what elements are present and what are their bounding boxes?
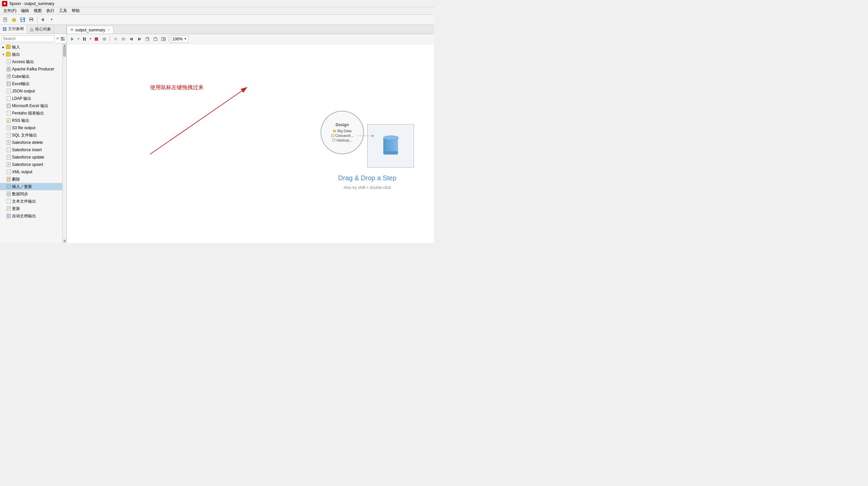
file-icon-auto-doc xyxy=(7,213,11,218)
file-icon-xml: </> xyxy=(7,170,11,174)
svg-rect-5 xyxy=(21,18,23,19)
menu-tools[interactable]: 工具 xyxy=(57,7,69,15)
canvas-area[interactable]: 使用鼠标左键拖拽过来 Design xyxy=(67,44,434,243)
tree-node-cube[interactable]: Cube输出 xyxy=(0,73,62,80)
svg-rect-33 xyxy=(8,178,10,181)
tree-node-text-output[interactable]: T 文本文件输出 xyxy=(0,198,62,205)
file-icon-pentaho: P xyxy=(7,111,11,115)
tree-label-sf-insert: Salesforce insert xyxy=(12,147,42,152)
tree-node-msexcel[interactable]: Microsoft Excel 输出 xyxy=(0,102,62,110)
svg-rect-58 xyxy=(146,38,148,41)
core-objects-label: 核心对象 xyxy=(35,26,51,32)
scroll-down-arrow[interactable]: ▼ xyxy=(63,239,66,243)
search-options-button[interactable] xyxy=(60,36,65,42)
svg-point-32 xyxy=(8,121,9,122)
print-button[interactable] xyxy=(27,16,35,24)
tree-node-sf-upsert[interactable]: ⇅ Salesforce upsert xyxy=(0,161,62,168)
tree-label-input: 输入 xyxy=(12,45,20,50)
copy-button[interactable] xyxy=(144,35,151,43)
stop-button[interactable] xyxy=(93,35,100,43)
tree-scrollbar[interactable]: ▲ ▼ xyxy=(62,44,66,243)
design-cassandra: Cassandr... xyxy=(331,134,354,138)
rewind-button[interactable] xyxy=(128,35,135,43)
tab-core-objects[interactable]: 核心对象 xyxy=(27,25,54,34)
annotation-text: 使用鼠标左键拖拽过来 xyxy=(150,84,204,91)
file-icon-sf-insert: ↓ xyxy=(7,147,11,152)
menu-file[interactable]: 文件(F) xyxy=(1,7,18,15)
file-icon-kafka xyxy=(7,67,11,72)
run-dropdown[interactable]: ▼ xyxy=(77,35,80,43)
tree-node-access[interactable]: A Access 输出 xyxy=(0,58,62,65)
tree-node-excel[interactable]: Excel输出 xyxy=(0,80,62,87)
design-label: Design xyxy=(336,122,349,127)
tree-node-pentaho[interactable]: P Pentaho 报表输出 xyxy=(0,110,62,117)
file-icon-access: A xyxy=(7,59,11,64)
zoom-selector[interactable]: 100% ▼ xyxy=(171,35,188,43)
toggle-output[interactable]: ▼ xyxy=(1,52,5,56)
file-icon-ldap: L xyxy=(7,96,11,101)
search-input[interactable] xyxy=(1,35,55,42)
tree-node-delete[interactable]: 删除 xyxy=(0,176,62,183)
tree-node-rss[interactable]: RSS 输出 xyxy=(0,117,62,124)
svg-rect-19 xyxy=(63,38,65,39)
tree-node-output[interactable]: ▼ 输出 xyxy=(0,51,62,58)
tab-bar: ❋ output_summary × xyxy=(67,25,434,34)
canvas-sep-1 xyxy=(110,36,110,42)
tree-node-insert-update[interactable]: 插入／更新 xyxy=(0,183,62,190)
dropdown-button[interactable]: ▼ xyxy=(48,16,56,24)
step-button[interactable] xyxy=(136,35,143,43)
menu-edit[interactable]: 编辑 xyxy=(19,7,31,15)
menu-run[interactable]: 执行 xyxy=(44,7,56,15)
tree-node-kafka[interactable]: Apache Kafka Producer xyxy=(0,65,62,73)
tree-node-sf-insert[interactable]: ↓ Salesforce insert xyxy=(0,146,62,153)
open-button[interactable] xyxy=(10,16,18,24)
tree-node-data-sync[interactable]: 数据同步 xyxy=(0,190,62,198)
menu-help[interactable]: 帮助 xyxy=(70,7,82,15)
main-layout: 主对象树 核心对象 ✕ xyxy=(0,25,434,243)
back-button[interactable] xyxy=(39,16,47,24)
tree-node-input[interactable]: ▶ 输入 xyxy=(0,44,62,51)
tree-node-auto-doc[interactable]: 自动文档输出 xyxy=(0,212,62,220)
tree-node-xml[interactable]: </> XML output xyxy=(0,168,62,176)
tree-node-ldap[interactable]: L LDAP 输出 xyxy=(0,95,62,102)
pause-dropdown[interactable]: ▼ xyxy=(89,35,92,43)
svg-rect-14 xyxy=(5,29,6,31)
canvas-tab-output-summary[interactable]: ❋ output_summary × xyxy=(67,26,114,34)
tree-node-json[interactable]: {} JSON output xyxy=(0,87,62,95)
drag-arrow xyxy=(133,71,274,164)
tree-node-update[interactable]: 更新 xyxy=(0,205,62,212)
toolbar-separator-1 xyxy=(37,16,37,23)
hadoop-label: Hadoop... xyxy=(337,138,352,142)
navigate-button[interactable] xyxy=(120,35,127,43)
settings-button[interactable] xyxy=(112,35,119,43)
tab-main-objects[interactable]: 主对象树 xyxy=(0,25,27,34)
pause-button[interactable] xyxy=(81,35,88,43)
svg-rect-9 xyxy=(30,20,33,21)
paste-button[interactable] xyxy=(152,35,159,43)
tree-panel: ▶ 输入 ▼ 输出 A Access 输出 xyxy=(0,44,66,243)
save-button[interactable] xyxy=(19,16,27,24)
svg-point-21 xyxy=(8,68,9,68)
layout-button[interactable] xyxy=(160,35,167,43)
menu-bar: 文件(F) 编辑 视图 执行 工具 帮助 xyxy=(0,7,434,15)
tree-node-s3[interactable]: S3 S3 file output xyxy=(0,124,62,132)
run-button[interactable] xyxy=(69,35,76,43)
tree-label-sf-update: Salesforce update xyxy=(12,155,44,160)
search-clear-button[interactable]: ✕ xyxy=(55,36,60,42)
svg-line-64 xyxy=(150,87,247,154)
toggle-input[interactable]: ▶ xyxy=(1,45,5,49)
file-icon-json: {} xyxy=(7,89,11,93)
canvas-tab-close[interactable]: × xyxy=(108,28,110,32)
svg-rect-6 xyxy=(21,20,24,21)
svg-point-51 xyxy=(114,37,117,41)
scroll-thumb[interactable] xyxy=(63,47,66,57)
menu-view[interactable]: 视图 xyxy=(32,7,44,15)
tree-node-sf-update[interactable]: ↑ Salesforce update xyxy=(0,153,62,161)
right-panel: ❋ output_summary × ▼ ▼ xyxy=(67,25,434,243)
tree-node-sf-delete[interactable]: ✕ Salesforce delete xyxy=(0,139,62,146)
new-button[interactable] xyxy=(1,16,9,24)
tree-node-sql[interactable]: S SQL 文件输出 xyxy=(0,132,62,139)
svg-rect-59 xyxy=(154,38,157,41)
folder-icon-output xyxy=(6,52,11,56)
preview-button[interactable] xyxy=(101,35,108,43)
